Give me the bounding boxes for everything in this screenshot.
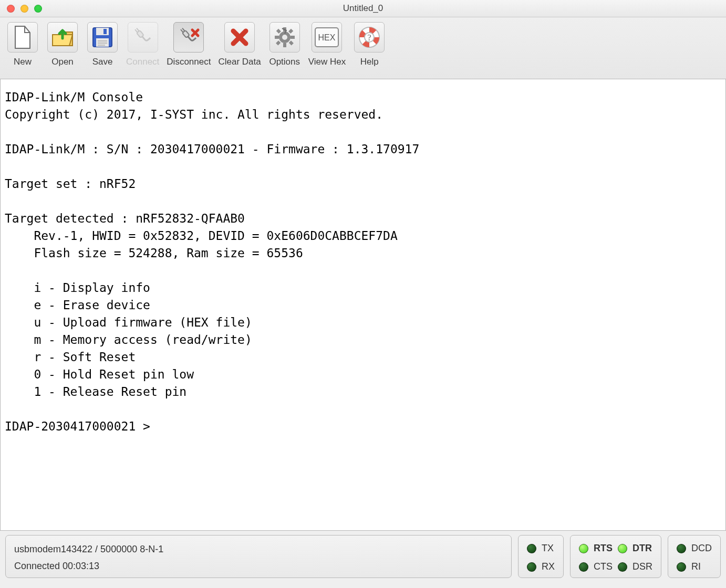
- svg-rect-2: [96, 28, 109, 35]
- svg-rect-24: [288, 40, 293, 45]
- dcd-led: [677, 544, 686, 553]
- dcd-label: DCD: [691, 543, 712, 554]
- port-settings-label: usbmodem143422 / 5000000 8-N-1: [14, 544, 503, 555]
- svg-point-27: [282, 35, 287, 40]
- save-label: Save: [92, 57, 113, 67]
- svg-line-12: [181, 29, 183, 32]
- dcd-ri-panel: DCD RI: [668, 535, 721, 578]
- tx-label: TX: [542, 543, 555, 554]
- new-file-icon: [7, 22, 38, 52]
- view-hex-label: View Hex: [308, 57, 346, 67]
- disconnect-plug-icon: [173, 22, 204, 52]
- ri-label: RI: [691, 561, 712, 572]
- clear-data-button[interactable]: Clear Data: [218, 20, 261, 67]
- svg-rect-25: [288, 29, 293, 34]
- titlebar: Untitled_0: [0, 0, 726, 17]
- rts-label: RTS: [594, 543, 613, 554]
- connect-button: Connect: [126, 20, 159, 67]
- clear-x-icon: [224, 22, 255, 52]
- options-label: Options: [269, 57, 300, 67]
- rx-led: [527, 562, 536, 572]
- svg-text:?: ?: [368, 33, 371, 42]
- zoom-window-button[interactable]: [34, 5, 42, 13]
- help-button[interactable]: ? Help: [353, 20, 386, 67]
- connection-panel: usbmodem143422 / 5000000 8-N-1 Connected…: [5, 535, 512, 578]
- svg-rect-22: [291, 36, 295, 39]
- minimize-window-button[interactable]: [20, 5, 28, 13]
- dtr-label: DTR: [632, 543, 652, 554]
- svg-rect-3: [103, 29, 107, 34]
- new-label: New: [14, 57, 32, 67]
- open-label: Open: [51, 57, 74, 67]
- terminal-output[interactable]: IDAP-Link/M Console Copyright (c) 2017, …: [0, 79, 726, 531]
- view-hex-button[interactable]: HEX View Hex: [308, 20, 346, 67]
- help-lifebuoy-icon: ?: [354, 22, 385, 52]
- clear-data-label: Clear Data: [218, 57, 261, 67]
- status-bar: usbmodem143422 / 5000000 8-N-1 Connected…: [0, 531, 726, 583]
- svg-rect-26: [276, 40, 281, 45]
- tx-led: [527, 544, 536, 553]
- open-folder-icon: [47, 22, 78, 52]
- save-button[interactable]: Save: [86, 20, 119, 67]
- window-title: Untitled_0: [0, 3, 726, 14]
- rx-label: RX: [542, 561, 555, 572]
- svg-line-13: [182, 28, 184, 31]
- toolbar: New Open Save Connect Disconnect Clear D…: [0, 17, 726, 79]
- dsr-label: DSR: [632, 561, 652, 572]
- cts-label: CTS: [594, 561, 613, 572]
- connect-label: Connect: [126, 57, 159, 67]
- close-window-button[interactable]: [7, 5, 15, 13]
- svg-text:HEX: HEX: [318, 33, 336, 42]
- window-controls: [7, 5, 42, 13]
- gear-icon: [269, 22, 300, 52]
- hex-icon: HEX: [312, 22, 342, 52]
- svg-rect-21: [275, 36, 279, 39]
- dsr-led: [618, 562, 627, 572]
- cts-led: [579, 562, 588, 572]
- dtr-led[interactable]: [618, 544, 627, 553]
- new-button[interactable]: New: [6, 20, 39, 67]
- svg-marker-0: [15, 26, 30, 48]
- help-label: Help: [360, 57, 379, 67]
- svg-rect-23: [276, 29, 281, 34]
- handshake-panel: RTS DTR CTS DSR: [570, 535, 661, 578]
- options-button[interactable]: Options: [268, 20, 301, 67]
- connection-time-label: Connected 00:03:13: [14, 561, 503, 572]
- ri-led: [677, 562, 686, 572]
- disconnect-label: Disconnect: [167, 57, 211, 67]
- svg-rect-4: [96, 38, 109, 47]
- svg-line-9: [135, 29, 137, 32]
- save-floppy-icon: [87, 22, 118, 52]
- svg-line-10: [137, 28, 139, 31]
- disconnect-button[interactable]: Disconnect: [167, 20, 211, 67]
- rts-led[interactable]: [579, 544, 588, 553]
- txrx-panel: TX RX: [518, 535, 564, 578]
- svg-rect-20: [283, 43, 286, 47]
- connect-plug-icon: [128, 22, 158, 52]
- open-button[interactable]: Open: [46, 20, 79, 67]
